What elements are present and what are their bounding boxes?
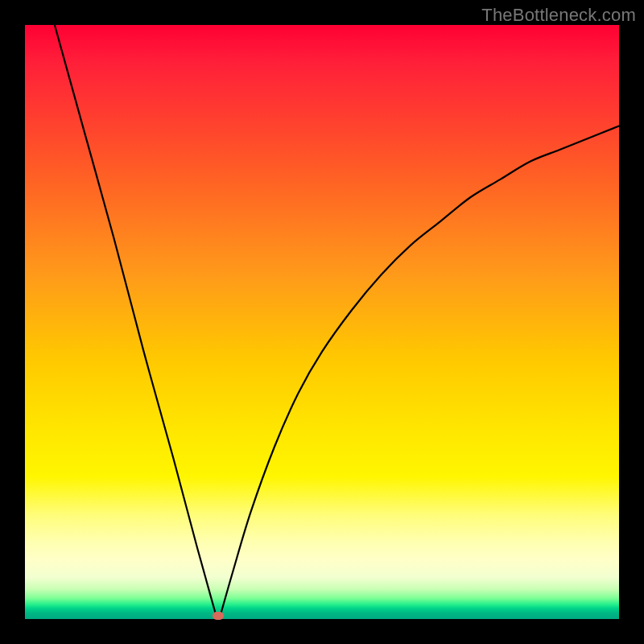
curve-path	[55, 25, 619, 616]
bottleneck-curve	[25, 25, 619, 619]
min-marker	[213, 612, 224, 620]
plot-area	[25, 25, 619, 619]
watermark-text: TheBottleneck.com	[481, 5, 636, 26]
